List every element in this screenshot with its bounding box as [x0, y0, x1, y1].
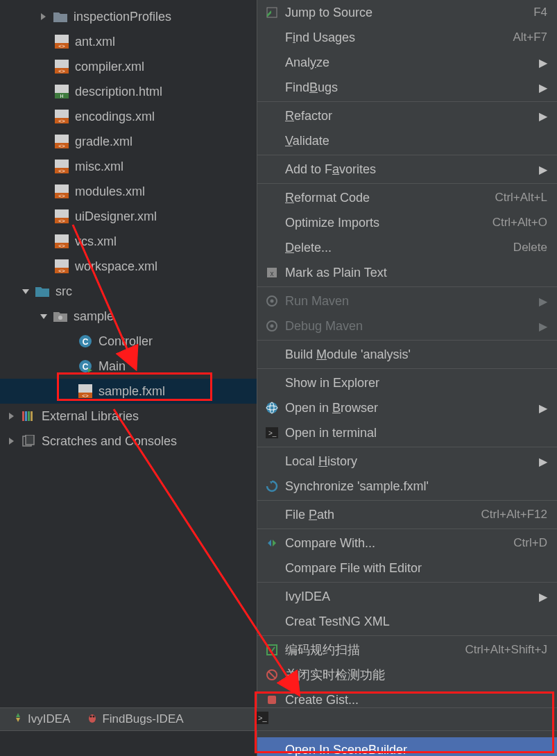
ctx-shortcut: Ctrl+D [513, 536, 547, 550]
submenu-arrow-icon: ▶ [539, 110, 547, 123]
tree-class-controller[interactable]: CController [0, 329, 257, 354]
ctx-label: Local History [285, 454, 539, 469]
ctx-findbugs[interactable]: FindBugs▶ [257, 75, 557, 100]
tree-folder-inspectionprofiles[interactable]: inspectionProfiles [0, 4, 257, 29]
gist-icon [264, 694, 280, 706]
separator [257, 447, 557, 447]
tree-file[interactable]: <>misc.xml [0, 154, 257, 179]
ctx-compare-with[interactable]: Compare With...Ctrl+D [257, 531, 557, 556]
svg-rect-6 [55, 85, 69, 94]
ctx-validate[interactable]: Validate [257, 128, 557, 153]
submenu-arrow-icon: ▶ [539, 320, 547, 333]
separator [257, 582, 557, 583]
ctx-delete[interactable]: Delete...Delete [257, 235, 557, 260]
ctx-label: Reformat Code [285, 191, 495, 205]
ctx-compare-editor[interactable]: Compare File with Editor [257, 556, 557, 581]
ctx-jump-to-source[interactable]: Jump to SourceF4 [257, 0, 557, 25]
tree-folder-src[interactable]: src [0, 279, 257, 304]
svg-text:<>: <> [58, 68, 65, 74]
svg-rect-38 [22, 411, 24, 421]
plaintext-icon: x [264, 266, 280, 279]
ctx-label: File Path [285, 508, 481, 522]
separator [257, 183, 557, 184]
html-file-icon: H [54, 84, 69, 99]
jump-icon [264, 6, 280, 19]
ctx-open-browser[interactable]: Open in Browser▶ [257, 395, 557, 420]
chevron-right-icon [6, 435, 18, 447]
ctx-local-history[interactable]: Local History▶ [257, 449, 557, 474]
ctx-run-maven[interactable]: Run Maven▶ [257, 289, 557, 313]
tree-label: sample.fxml [98, 384, 165, 399]
tree-file[interactable]: <>vcs.xml [0, 229, 257, 254]
tree-file-sample-fxml[interactable]: <>sample.fxml [0, 379, 257, 404]
tree-file[interactable]: Hdescription.html [0, 79, 257, 104]
ctx-label: Run Maven [285, 294, 539, 309]
svg-point-50 [271, 325, 274, 328]
tree-label: Main [98, 359, 126, 374]
separator [257, 101, 557, 102]
ctx-plain-text[interactable]: xMark as Plain Text [257, 260, 557, 285]
tree-label: gradle.xml [75, 135, 132, 149]
ctx-analyze[interactable]: Analyze▶ [257, 50, 557, 75]
toolbar-ivyidea[interactable]: IvyIDEA [12, 712, 70, 727]
ctx-optimize[interactable]: Optimize ImportsCtrl+Alt+O [257, 210, 557, 235]
ctx-debug-maven[interactable]: Debug Maven▶ [257, 313, 557, 338]
ctx-ivyidea[interactable]: IvyIDEA▶ [257, 584, 557, 609]
svg-rect-59 [268, 696, 276, 704]
tree-folder-sample[interactable]: sample [0, 304, 257, 329]
separator [257, 286, 557, 287]
ctx-label: Open in terminal [285, 426, 547, 440]
ctx-shortcut: Ctrl+Alt+Shift+J [465, 643, 547, 657]
ctx-open-terminal[interactable]: >_Open in terminal [257, 420, 557, 445]
svg-text:<>: <> [58, 43, 65, 49]
ctx-show-explorer[interactable]: Show in Explorer [257, 370, 557, 395]
tree-file[interactable]: <>gradle.xml [0, 129, 257, 154]
svg-text:C: C [83, 337, 89, 347]
tree-label: Controller [98, 334, 153, 349]
chevron-down-icon [19, 285, 32, 298]
ctx-testng[interactable]: Creat TestNG XML [257, 609, 557, 634]
svg-point-30 [58, 316, 62, 320]
tree-class-main[interactable]: CMain [0, 354, 257, 379]
ctx-file-path[interactable]: File PathCtrl+Alt+F12 [257, 502, 557, 527]
tree-scratches[interactable]: Scratches and Consoles [0, 429, 257, 454]
ctx-label: Build Module 'analysis' [285, 347, 547, 362]
ctx-shortcut: Ctrl+Alt+F12 [481, 508, 547, 522]
ctx-find-usages[interactable]: Find UsagesAlt+F7 [257, 25, 557, 50]
tree-file[interactable]: <>compiler.xml [0, 54, 257, 79]
svg-text:<>: <> [58, 268, 65, 273]
ctx-synchronize[interactable]: Synchronize 'sample.fxml' [257, 474, 557, 499]
ctx-refactor[interactable]: Refactor▶ [257, 103, 557, 128]
tree-file[interactable]: <>uiDesigner.xml [0, 204, 257, 229]
terminal-icon[interactable]: >_ [255, 712, 268, 727]
xml-file-icon: <> [54, 259, 69, 274]
xml-file-icon: <> [54, 34, 69, 49]
tree-external-libraries[interactable]: External Libraries [0, 404, 257, 429]
tree-label: vcs.xml [75, 234, 117, 249]
ctx-realtime-off[interactable]: 关闭实时检测功能 [257, 662, 557, 687]
chevron-down-icon [37, 310, 50, 323]
tree-file[interactable]: <>workspace.xml [0, 254, 257, 279]
ctx-build-module[interactable]: Build Module 'analysis' [257, 342, 557, 367]
svg-text:<>: <> [58, 168, 65, 173]
ctx-code-scan[interactable]: 编码规约扫描Ctrl+Alt+Shift+J [257, 637, 557, 662]
tree-label: Scratches and Consoles [42, 434, 177, 449]
svg-text:<>: <> [58, 193, 65, 198]
tree-label: misc.xml [75, 160, 123, 174]
tree-file[interactable]: <>modules.xml [0, 179, 257, 204]
class-run-icon: C [78, 359, 93, 374]
tree-file[interactable]: <>ant.xml [0, 29, 257, 54]
ctx-label: Compare With... [285, 536, 513, 551]
ctx-label: Validate [285, 134, 547, 148]
svg-text:x: x [271, 270, 274, 277]
ctx-label: 编码规约扫描 [285, 642, 465, 658]
ctx-label: Open In SceneBuilder [285, 743, 547, 757]
sync-icon [264, 480, 280, 492]
ctx-reformat[interactable]: Reformat CodeCtrl+Alt+L [257, 185, 557, 210]
tree-file[interactable]: <>encodings.xml [0, 104, 257, 129]
chevron-right-icon [37, 10, 50, 23]
ctx-open-scenebuilder[interactable]: Open In SceneBuilder [257, 737, 557, 756]
ctx-favorites[interactable]: Add to Favorites▶ [257, 157, 557, 182]
gear-icon [264, 295, 280, 307]
toolbar-findbugs[interactable]: FindBugs-IDEA [87, 712, 183, 727]
